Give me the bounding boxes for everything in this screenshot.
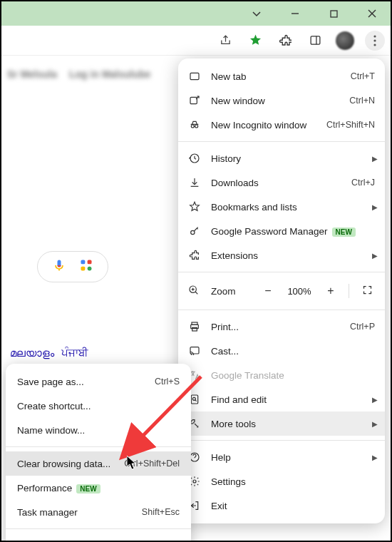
blurred-text: Sr Melsula bbox=[7, 68, 57, 80]
menu-label: New window bbox=[211, 96, 339, 106]
submenu-item-performance[interactable]: PerformanceNEW bbox=[6, 476, 191, 500]
fullscreen-button[interactable] bbox=[359, 285, 375, 298]
menu-item-cast[interactable]: Cast... bbox=[178, 339, 385, 363]
svg-rect-10 bbox=[88, 260, 92, 265]
zoom-separator bbox=[349, 284, 349, 298]
zoom-label: Zoom bbox=[211, 286, 247, 297]
new-window-icon bbox=[188, 95, 201, 106]
menu-label: New Incognito window bbox=[211, 120, 316, 131]
menu-item-print[interactable]: Print... Ctrl+P bbox=[178, 315, 385, 339]
menu-label: Google Password ManagerNEW bbox=[211, 226, 375, 237]
menu-label: Cast... bbox=[211, 346, 375, 357]
share-icon[interactable] bbox=[215, 31, 235, 51]
menu-item-new-tab[interactable]: New tab Ctrl+T bbox=[178, 64, 385, 88]
submenu-label: Name window... bbox=[17, 425, 180, 436]
svg-rect-21 bbox=[192, 327, 197, 331]
menu-label: Print... bbox=[211, 322, 340, 332]
cast-icon bbox=[188, 345, 201, 357]
zoom-value: 100% bbox=[286, 286, 313, 297]
language-link[interactable]: ਪੰਜਾਬੀ bbox=[61, 347, 88, 359]
menu-label: Find and edit bbox=[211, 394, 375, 405]
submenu-item-developer-tools[interactable]: Developer tools Ctrl+Shift+I bbox=[6, 533, 191, 542]
svg-rect-14 bbox=[190, 97, 197, 103]
menu-item-new-window[interactable]: New window Ctrl+N bbox=[178, 88, 385, 113]
menu-item-settings[interactable]: Settings bbox=[178, 469, 385, 494]
more-tools-submenu: Save page as... Ctrl+S Create shortcut..… bbox=[6, 364, 191, 542]
bookmark-star-icon[interactable] bbox=[245, 31, 265, 51]
menu-label: Settings bbox=[211, 476, 375, 487]
menu-shortcut: Ctrl+P bbox=[350, 322, 375, 332]
new-tab-icon bbox=[188, 71, 201, 82]
close-button[interactable] bbox=[359, 4, 385, 24]
maximize-button[interactable] bbox=[321, 4, 346, 24]
blurred-text: Log in Malsulube bbox=[69, 68, 150, 80]
menu-label: Google Translate bbox=[211, 370, 375, 381]
chevron-right-icon: ▶ bbox=[372, 252, 378, 260]
svg-point-17 bbox=[191, 230, 195, 234]
search-input-icons bbox=[37, 251, 108, 282]
submenu-item-clear-browsing-data[interactable]: Clear browsing data... Ctrl+Shift+Del bbox=[6, 451, 191, 476]
menu-label: Exit bbox=[211, 501, 375, 511]
chrome-main-menu: New tab Ctrl+T New window Ctrl+N New Inc… bbox=[178, 58, 385, 523]
submenu-shortcut: Ctrl+S bbox=[155, 377, 180, 387]
svg-rect-23 bbox=[191, 395, 197, 404]
new-badge: NEW bbox=[76, 484, 100, 494]
svg-point-7 bbox=[373, 39, 376, 41]
bookmark-icon bbox=[188, 201, 201, 213]
submenu-label: PerformanceNEW bbox=[17, 483, 180, 494]
extensions-puzzle-icon[interactable] bbox=[275, 31, 295, 51]
chevron-right-icon: ▶ bbox=[372, 420, 378, 428]
history-icon bbox=[188, 153, 201, 164]
svg-rect-9 bbox=[81, 260, 86, 265]
menu-item-downloads[interactable]: Downloads Ctrl+J bbox=[178, 170, 385, 195]
submenu-label: Create shortcut... bbox=[17, 401, 180, 411]
kebab-menu-button[interactable] bbox=[365, 31, 385, 51]
menu-item-exit[interactable]: Exit bbox=[178, 494, 385, 518]
menu-label: History bbox=[211, 153, 375, 164]
sidepanel-icon[interactable] bbox=[305, 31, 325, 51]
profile-avatar[interactable] bbox=[335, 31, 355, 51]
svg-rect-13 bbox=[190, 73, 199, 79]
menu-item-help[interactable]: Help ▶ bbox=[178, 445, 385, 469]
chevron-right-icon: ▶ bbox=[372, 454, 378, 461]
zoom-out-button[interactable]: − bbox=[260, 285, 276, 297]
submenu-shortcut: Shift+Esc bbox=[142, 507, 180, 517]
chevron-right-icon: ▶ bbox=[372, 155, 378, 163]
svg-rect-1 bbox=[331, 11, 337, 17]
lens-search-icon[interactable] bbox=[79, 258, 93, 275]
submenu-label: Task manager bbox=[17, 507, 142, 518]
menu-label: Help bbox=[211, 452, 375, 463]
svg-point-12 bbox=[88, 267, 92, 271]
menu-label: New tab bbox=[211, 71, 341, 82]
menu-separator bbox=[178, 440, 385, 441]
menu-separator bbox=[178, 141, 385, 142]
tab-dropdown-icon[interactable] bbox=[244, 4, 269, 24]
svg-point-8 bbox=[373, 44, 376, 46]
browser-toolbar bbox=[1, 26, 391, 56]
menu-shortcut: Ctrl+T bbox=[351, 71, 375, 81]
submenu-shortcut: Ctrl+Shift+Del bbox=[124, 459, 180, 469]
key-icon bbox=[188, 225, 201, 237]
menu-shortcut: Ctrl+J bbox=[351, 178, 375, 188]
submenu-item-task-manager[interactable]: Task manager Shift+Esc bbox=[6, 500, 191, 524]
menu-item-history[interactable]: History ▶ bbox=[178, 146, 385, 170]
menu-item-incognito[interactable]: New Incognito window Ctrl+Shift+N bbox=[178, 113, 385, 137]
language-link[interactable]: മലയാളം bbox=[10, 347, 54, 359]
voice-search-icon[interactable] bbox=[52, 258, 66, 275]
submenu-item-name-window[interactable]: Name window... bbox=[6, 418, 191, 442]
menu-item-translate[interactable]: Google Translate bbox=[178, 363, 385, 387]
menu-separator bbox=[178, 272, 385, 272]
minimize-button[interactable] bbox=[282, 4, 308, 24]
menu-label: Extensions bbox=[211, 250, 375, 261]
menu-item-find[interactable]: Find and edit ▶ bbox=[178, 387, 385, 411]
new-badge: NEW bbox=[332, 227, 356, 237]
zoom-in-button[interactable]: + bbox=[323, 285, 339, 297]
submenu-item-save-page[interactable]: Save page as... Ctrl+S bbox=[6, 369, 191, 394]
submenu-item-create-shortcut[interactable]: Create shortcut... bbox=[6, 394, 191, 418]
menu-item-password-manager[interactable]: Google Password ManagerNEW bbox=[178, 219, 385, 243]
menu-item-extensions[interactable]: Extensions ▶ bbox=[178, 243, 385, 267]
chevron-right-icon: ▶ bbox=[372, 203, 378, 211]
menu-item-more-tools[interactable]: More tools ▶ bbox=[178, 411, 385, 436]
menu-item-bookmarks[interactable]: Bookmarks and lists ▶ bbox=[178, 195, 385, 219]
svg-point-26 bbox=[193, 480, 196, 483]
